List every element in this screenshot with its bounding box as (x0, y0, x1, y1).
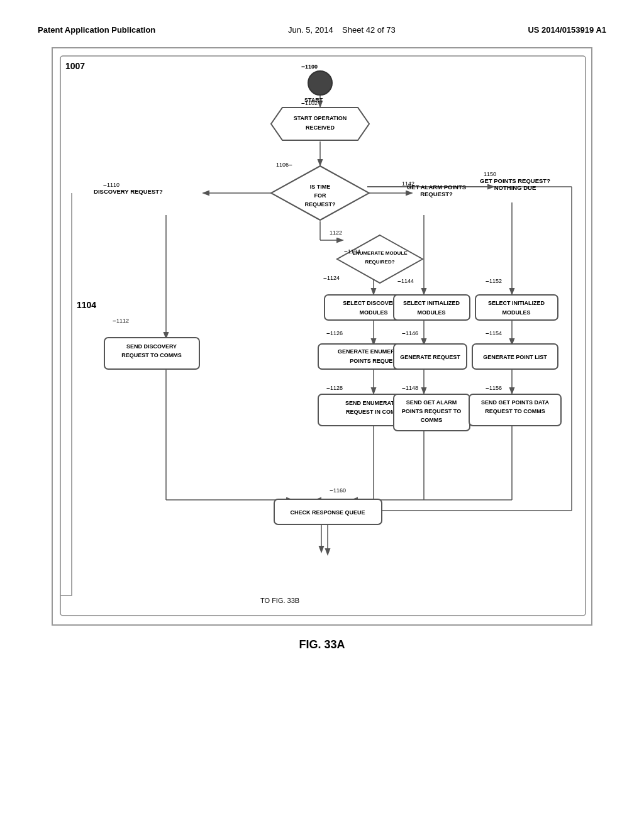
label-1156: ‒1156 (486, 385, 502, 391)
label-1146: ‒1146 (402, 330, 418, 336)
svg-text:CHECK RESPONSE QUEUE: CHECK RESPONSE QUEUE (290, 509, 365, 516)
label-1126: ‒1126 (326, 330, 343, 336)
label-1152: ‒1152 (486, 278, 502, 284)
label-1104: 1104 (77, 300, 96, 310)
svg-text:SEND GET ALARM: SEND GET ALARM (406, 399, 457, 406)
label-1124: ‒1124 (323, 275, 340, 281)
header-center: Jun. 5, 2014 Sheet 42 of 73 (288, 25, 396, 35)
svg-text:RECEIVED: RECEIVED (306, 124, 335, 131)
label-1110: ‒1110 (103, 182, 119, 188)
label-1112: ‒1112 (113, 318, 129, 324)
start-circle (308, 70, 333, 96)
header-date: Jun. 5, 2014 (288, 25, 333, 35)
svg-text:SEND GET POINTS DATA: SEND GET POINTS DATA (481, 399, 550, 406)
header-sheet: Sheet 42 of 73 (342, 25, 396, 35)
get-points-label: GET POINTS REQUEST?NOTHING DUE (474, 177, 556, 191)
svg-text:REQUIRED?: REQUIRED? (365, 259, 394, 265)
svg-text:MODULES: MODULES (360, 309, 388, 316)
select-init-right: SELECT INITIALIZED MODULES (474, 294, 559, 321)
label-1102: ‒1102 (301, 100, 318, 106)
svg-text:SEND DISCOVERY: SEND DISCOVERY (126, 343, 177, 350)
svg-text:REQUEST TO COMMS: REQUEST TO COMMS (485, 408, 545, 414)
svg-rect-45 (475, 295, 558, 320)
svg-text:GENERATE POINT LIST: GENERATE POINT LIST (483, 354, 547, 360)
label-1128: ‒1128 (326, 385, 343, 391)
check-queue: CHECK RESPONSE QUEUE (273, 498, 383, 526)
page: Patent Application Publication Jun. 5, 2… (0, 0, 644, 830)
discovery-label: DISCOVERY REQUEST? (91, 188, 166, 195)
svg-text:GENERATE REQUEST: GENERATE REQUEST (400, 354, 460, 360)
header-left: Patent Application Publication (38, 25, 155, 35)
svg-text:REQUEST TO COMMS: REQUEST TO COMMS (121, 352, 181, 358)
svg-text:ENUMERATE MODULE: ENUMERATE MODULE (353, 250, 408, 256)
label-1144: ‒1144 (397, 278, 414, 284)
diagram-area: 1007 1104 ‒1100 START ‒1102 START OPERAT… (52, 47, 592, 626)
figure-caption: FIG. 33A (38, 638, 606, 651)
label-1154: ‒1154 (486, 330, 502, 336)
is-time-diamond: IS TIME FOR REQUEST? (270, 165, 370, 221)
svg-text:MODULES: MODULES (418, 309, 446, 316)
svg-text:FOR: FOR (314, 192, 326, 199)
page-header: Patent Application Publication Jun. 5, 2… (38, 25, 606, 35)
label-1007: 1007 (65, 61, 85, 71)
label-1160: ‒1160 (330, 487, 346, 494)
fig-number: FIG. 33A (38, 638, 606, 651)
start-operation-node: START OPERATION RECEIVED (270, 106, 370, 141)
start-label: ‒1100 (301, 64, 318, 70)
get-alarm-label: GET ALARM POINTS REQUEST? (396, 184, 477, 197)
arrow-down-check (317, 524, 348, 558)
svg-text:SELECT INITIALIZED: SELECT INITIALIZED (488, 300, 545, 306)
select-init-mid: SELECT INITIALIZED MODULES (392, 294, 471, 321)
gen-request: GENERATE REQUEST (392, 343, 468, 370)
svg-text:START OPERATION: START OPERATION (294, 115, 347, 121)
label-1150: 1150 (484, 171, 496, 177)
svg-text:POINTS REQUEST TO: POINTS REQUEST TO (402, 408, 461, 414)
svg-text:MODULES: MODULES (502, 309, 531, 316)
svg-marker-29 (271, 108, 369, 140)
gen-point-list: GENERATE POINT LIST (471, 343, 559, 370)
send-discovery: SEND DISCOVERY REQUEST TO COMMS (103, 336, 201, 370)
to-fig-label: TO FIG. 33B (260, 597, 299, 604)
label-1124-ref: ‒1124 (344, 248, 360, 255)
label-1148: ‒1148 (402, 385, 418, 391)
svg-text:COMMS: COMMS (421, 417, 443, 423)
header-right: US 2014/0153919 A1 (528, 25, 606, 35)
svg-text:REQUEST?: REQUEST? (304, 201, 335, 208)
send-points: SEND GET POINTS DATA REQUEST TO COMMS (468, 393, 562, 427)
svg-rect-42 (394, 295, 470, 320)
svg-text:SELECT INITIALIZED: SELECT INITIALIZED (403, 300, 460, 306)
send-alarm: SEND GET ALARM POINTS REQUEST TO COMMS (392, 393, 471, 432)
svg-text:IS TIME: IS TIME (310, 184, 331, 190)
